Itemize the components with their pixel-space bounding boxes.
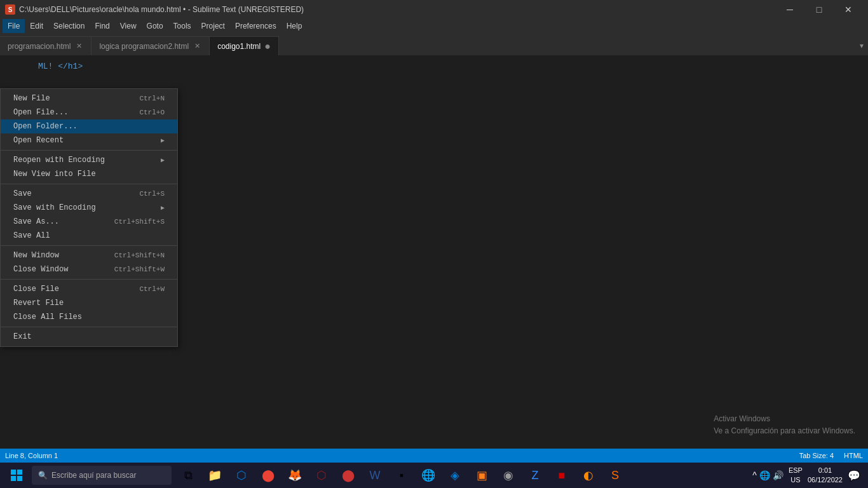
- taskbar-app2[interactable]: ⬤: [336, 463, 361, 488]
- menu-revert-file[interactable]: Revert File: [1, 296, 177, 310]
- svg-rect-2: [11, 476, 16, 481]
- taskview-button[interactable]: ⧉: [175, 463, 201, 488]
- menu-label: Revert File: [13, 299, 64, 308]
- separator-2: [1, 184, 177, 184]
- system-clock[interactable]: 0:01 06/12/2022: [808, 466, 843, 485]
- notification-icon[interactable]: 💬: [848, 470, 860, 482]
- menu-save-encoding[interactable]: Save with Encoding ▶: [1, 201, 177, 215]
- separator-1: [1, 150, 177, 151]
- menu-save-all[interactable]: Save All: [1, 229, 177, 243]
- svg-rect-3: [17, 476, 22, 481]
- taskbar-firefox[interactable]: 🦊: [282, 463, 308, 488]
- taskbar-sublime[interactable]: S: [602, 463, 628, 488]
- menu-label: Open File...: [13, 108, 68, 117]
- menu-project[interactable]: Project: [196, 19, 230, 33]
- menu-help[interactable]: Help: [281, 19, 308, 33]
- taskbar-network[interactable]: 🌐: [416, 463, 441, 488]
- tabs-more-button[interactable]: ▾: [855, 36, 868, 55]
- close-button[interactable]: ✕: [834, 0, 863, 19]
- menu-open-folder[interactable]: Open Folder...: [1, 119, 177, 133]
- menu-label: New File: [13, 94, 50, 103]
- taskbar-icons: ⧉ 📁 ⬡ ⬤ 🦊 ⬡ ⬤ W ▪ 🌐 ◈ ▣ ◉ Z ■ ◐ S: [175, 463, 628, 488]
- menu-preferences[interactable]: Preferences: [230, 19, 281, 33]
- tray-volume[interactable]: 🔊: [773, 470, 783, 480]
- taskbar-edge[interactable]: ⬡: [229, 463, 254, 488]
- system-tray: ^ 🌐 🔊 ESP US 0:01 06/12/2022 💬: [747, 466, 865, 485]
- shortcut: Ctrl+S: [139, 190, 165, 198]
- minimize-button[interactable]: ─: [775, 0, 804, 19]
- tab-label: programacion.html: [8, 42, 71, 51]
- menu-label: New Window: [13, 251, 59, 260]
- taskbar-terminal[interactable]: ▪: [389, 463, 414, 488]
- shortcut: Ctrl+Shift+S: [114, 218, 165, 226]
- tray-expand[interactable]: ^: [752, 470, 757, 480]
- taskbar-app5[interactable]: ◐: [576, 463, 601, 488]
- taskbar-app4[interactable]: ■: [549, 463, 574, 488]
- menu-exit[interactable]: Exit: [1, 330, 177, 344]
- menu-close-file[interactable]: Close File Ctrl+W: [1, 282, 177, 296]
- tab-logica[interactable]: logica programacion2.html ✕: [92, 36, 210, 55]
- menu-reopen-encoding[interactable]: Reopen with Encoding ▶: [1, 153, 177, 167]
- clock-time: 0:01: [808, 466, 843, 475]
- window-title: C:\Users\DELL\Pictures\oracle\hola mundo…: [19, 5, 304, 14]
- menu-save-as[interactable]: Save As... Ctrl+Shift+S: [1, 215, 177, 229]
- menu-tools[interactable]: Tools: [168, 19, 196, 33]
- svg-rect-1: [17, 470, 22, 475]
- tab-close-programacion[interactable]: ✕: [74, 42, 83, 51]
- language-indicator[interactable]: ESP US: [789, 466, 803, 485]
- menu-label: Close File: [13, 285, 59, 294]
- menu-file[interactable]: File: [3, 19, 25, 33]
- submenu-arrow: ▶: [161, 137, 165, 144]
- menu-label: Save: [13, 189, 32, 198]
- menu-new-file[interactable]: New File Ctrl+N: [1, 92, 177, 105]
- tab-dirty-indicator: ●: [264, 41, 271, 51]
- menu-edit[interactable]: Edit: [25, 19, 48, 33]
- shortcut: Ctrl+Shift+N: [114, 252, 165, 259]
- taskbar-search[interactable]: 🔍 Escribe aquí para buscar: [32, 466, 172, 485]
- menu-find[interactable]: Find: [90, 19, 114, 33]
- menu-label: Close All Files: [13, 313, 82, 322]
- menu-selection[interactable]: Selection: [48, 19, 90, 33]
- tab-programacion[interactable]: programacion.html ✕: [0, 36, 92, 55]
- taskbar-chrome[interactable]: ⬤: [255, 463, 281, 488]
- tab-label: logica programacion2.html: [99, 42, 189, 51]
- windows-icon: [11, 470, 22, 481]
- menu-open-file[interactable]: Open File... Ctrl+O: [1, 105, 177, 119]
- title-bar: S C:\Users\DELL\Pictures\oracle\hola mun…: [0, 0, 868, 19]
- menu-new-view[interactable]: New View into File: [1, 167, 177, 181]
- taskbar-zoom[interactable]: Z: [522, 463, 548, 488]
- taskbar-app3[interactable]: ◉: [496, 463, 521, 488]
- menu-label: Exit: [13, 332, 32, 341]
- start-button[interactable]: [3, 463, 31, 488]
- taskbar-jetbrains[interactable]: ▣: [469, 463, 494, 488]
- taskbar-word[interactable]: W: [362, 463, 388, 488]
- tab-close-logica[interactable]: ✕: [193, 42, 201, 51]
- maximize-button[interactable]: □: [804, 0, 834, 19]
- taskbar-app1[interactable]: ⬡: [309, 463, 334, 488]
- taskbar-vscode[interactable]: ◈: [442, 463, 468, 488]
- separator-3: [1, 245, 177, 246]
- menu-label: Close Window: [13, 265, 68, 274]
- menu-view[interactable]: View: [115, 19, 142, 33]
- tab-label: codigo1.html: [217, 42, 261, 51]
- menu-new-window[interactable]: New Window Ctrl+Shift+N: [1, 248, 177, 262]
- menu-save[interactable]: Save Ctrl+S: [1, 187, 177, 201]
- editor-area[interactable]: ML! </h1> New File Ctrl+N Open File... C…: [0, 55, 868, 482]
- menu-goto[interactable]: Goto: [142, 19, 168, 33]
- shortcut: Ctrl+W: [139, 285, 165, 293]
- submenu-arrow: ▶: [161, 156, 165, 164]
- taskbar-explorer[interactable]: 📁: [202, 463, 227, 488]
- clock-date: 06/12/2022: [808, 475, 843, 485]
- tray-network[interactable]: 🌐: [759, 470, 770, 480]
- separator-5: [1, 327, 177, 327]
- editor-code: ML! </h1>: [38, 62, 83, 71]
- tab-codigo1[interactable]: codigo1.html ●: [210, 36, 279, 55]
- tabs-bar: programacion.html ✕ logica programacion2…: [0, 33, 868, 55]
- app-icon: S: [5, 4, 15, 15]
- menu-close-all[interactable]: Close All Files: [1, 310, 177, 324]
- menu-close-window[interactable]: Close Window Ctrl+Shift+W: [1, 262, 177, 276]
- menu-open-recent[interactable]: Open Recent ▶: [1, 133, 177, 147]
- svg-rect-0: [11, 470, 16, 475]
- status-line-col: Line 8, Column 1: [5, 452, 58, 459]
- menu-label: Reopen with Encoding: [13, 156, 105, 165]
